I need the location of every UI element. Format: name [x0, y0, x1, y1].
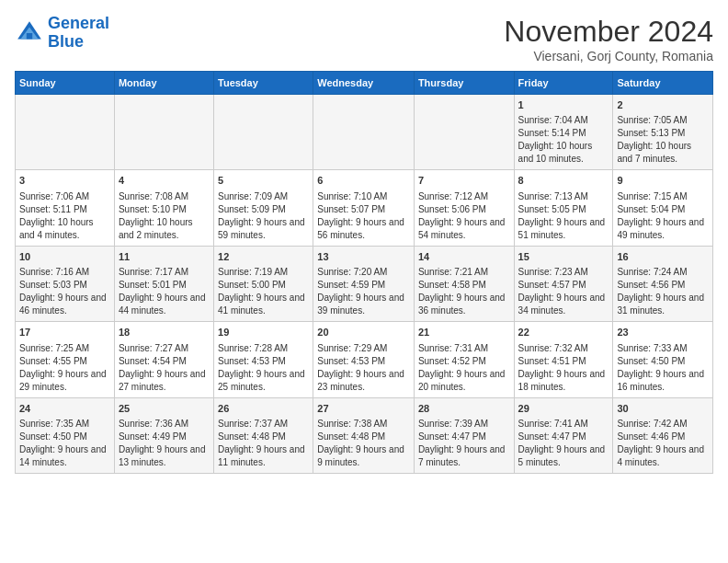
calendar-cell: 26Sunrise: 7:37 AM Sunset: 4:48 PM Dayli… [214, 397, 313, 473]
calendar-cell: 2Sunrise: 7:05 AM Sunset: 5:13 PM Daylig… [613, 95, 713, 170]
col-header-thursday: Thursday [414, 72, 514, 95]
calendar-cell [313, 95, 415, 170]
day-info: Sunrise: 7:37 AM Sunset: 4:48 PM Dayligh… [218, 419, 305, 467]
col-header-sunday: Sunday [16, 72, 115, 95]
calendar-cell: 8Sunrise: 7:13 AM Sunset: 5:05 PM Daylig… [514, 170, 613, 246]
logo-blue: Blue [48, 32, 84, 51]
col-header-tuesday: Tuesday [214, 72, 313, 95]
day-info: Sunrise: 7:09 AM Sunset: 5:09 PM Dayligh… [218, 191, 305, 240]
calendar-cell [114, 95, 213, 170]
logo: General Blue [15, 15, 109, 52]
calendar-cell: 11Sunrise: 7:17 AM Sunset: 5:01 PM Dayli… [114, 246, 213, 321]
day-info: Sunrise: 7:42 AM Sunset: 4:46 PM Dayligh… [617, 419, 704, 467]
calendar-cell: 14Sunrise: 7:21 AM Sunset: 4:58 PM Dayli… [414, 246, 514, 321]
page-header: General Blue November 2024 Viersani, Gor… [15, 15, 713, 63]
day-number: 11 [119, 250, 210, 264]
calendar-cell: 18Sunrise: 7:27 AM Sunset: 4:54 PM Dayli… [114, 322, 213, 397]
day-info: Sunrise: 7:31 AM Sunset: 4:52 PM Dayligh… [418, 343, 506, 392]
day-number: 9 [617, 174, 709, 188]
calendar-cell: 7Sunrise: 7:12 AM Sunset: 5:06 PM Daylig… [414, 170, 514, 246]
day-info: Sunrise: 7:33 AM Sunset: 4:50 PM Dayligh… [617, 343, 704, 392]
calendar-cell: 22Sunrise: 7:32 AM Sunset: 4:51 PM Dayli… [514, 322, 613, 397]
calendar-table: SundayMondayTuesdayWednesdayThursdayFrid… [15, 71, 713, 474]
day-number: 20 [317, 326, 410, 339]
col-header-wednesday: Wednesday [313, 72, 415, 95]
day-number: 24 [19, 402, 110, 416]
calendar-cell: 23Sunrise: 7:33 AM Sunset: 4:50 PM Dayli… [613, 322, 713, 397]
day-info: Sunrise: 7:19 AM Sunset: 5:00 PM Dayligh… [218, 267, 305, 316]
day-info: Sunrise: 7:27 AM Sunset: 4:54 PM Dayligh… [119, 343, 206, 392]
day-number: 3 [19, 174, 110, 188]
calendar-cell: 5Sunrise: 7:09 AM Sunset: 5:09 PM Daylig… [214, 170, 313, 246]
day-number: 22 [518, 326, 609, 339]
day-info: Sunrise: 7:32 AM Sunset: 4:51 PM Dayligh… [518, 343, 606, 392]
calendar-week-3: 17Sunrise: 7:25 AM Sunset: 4:55 PM Dayli… [16, 322, 713, 397]
calendar-cell: 19Sunrise: 7:28 AM Sunset: 4:53 PM Dayli… [214, 322, 313, 397]
calendar-cell: 10Sunrise: 7:16 AM Sunset: 5:03 PM Dayli… [16, 246, 115, 321]
calendar-body: 1Sunrise: 7:04 AM Sunset: 5:14 PM Daylig… [16, 95, 713, 474]
day-number: 13 [317, 250, 410, 264]
day-number: 25 [119, 402, 210, 416]
title-block: November 2024 Viersani, Gorj County, Rom… [504, 15, 713, 63]
day-info: Sunrise: 7:16 AM Sunset: 5:03 PM Dayligh… [19, 267, 107, 316]
day-number: 14 [418, 250, 510, 264]
col-header-monday: Monday [114, 72, 213, 95]
day-info: Sunrise: 7:21 AM Sunset: 4:58 PM Dayligh… [418, 267, 506, 316]
calendar-cell [414, 95, 514, 170]
day-info: Sunrise: 7:13 AM Sunset: 5:05 PM Dayligh… [518, 191, 606, 240]
day-number: 5 [218, 174, 309, 188]
calendar-cell: 28Sunrise: 7:39 AM Sunset: 4:47 PM Dayli… [414, 397, 514, 473]
calendar-cell [214, 95, 313, 170]
day-info: Sunrise: 7:04 AM Sunset: 5:14 PM Dayligh… [518, 115, 593, 164]
calendar-cell: 25Sunrise: 7:36 AM Sunset: 4:49 PM Dayli… [114, 397, 213, 473]
logo-text: General Blue [48, 15, 109, 52]
day-number: 30 [617, 402, 709, 416]
day-info: Sunrise: 7:05 AM Sunset: 5:13 PM Dayligh… [617, 115, 691, 164]
calendar-cell [16, 95, 115, 170]
calendar-cell: 27Sunrise: 7:38 AM Sunset: 4:48 PM Dayli… [313, 397, 415, 473]
day-info: Sunrise: 7:35 AM Sunset: 4:50 PM Dayligh… [19, 419, 107, 467]
day-number: 7 [418, 174, 510, 188]
day-number: 27 [317, 402, 410, 416]
calendar-cell: 13Sunrise: 7:20 AM Sunset: 4:59 PM Dayli… [313, 246, 415, 321]
calendar-cell: 9Sunrise: 7:15 AM Sunset: 5:04 PM Daylig… [613, 170, 713, 246]
calendar-header-row: SundayMondayTuesdayWednesdayThursdayFrid… [16, 72, 713, 95]
calendar-cell: 15Sunrise: 7:23 AM Sunset: 4:57 PM Dayli… [514, 246, 613, 321]
calendar-week-2: 10Sunrise: 7:16 AM Sunset: 5:03 PM Dayli… [16, 246, 713, 321]
day-info: Sunrise: 7:08 AM Sunset: 5:10 PM Dayligh… [119, 191, 193, 240]
day-number: 16 [617, 250, 709, 264]
day-number: 8 [518, 174, 609, 188]
day-number: 19 [218, 326, 309, 339]
day-number: 29 [518, 402, 609, 416]
day-info: Sunrise: 7:25 AM Sunset: 4:55 PM Dayligh… [19, 343, 107, 392]
calendar-cell: 20Sunrise: 7:29 AM Sunset: 4:53 PM Dayli… [313, 322, 415, 397]
day-number: 15 [518, 250, 609, 264]
day-info: Sunrise: 7:23 AM Sunset: 4:57 PM Dayligh… [518, 267, 606, 316]
calendar-cell: 30Sunrise: 7:42 AM Sunset: 4:46 PM Dayli… [613, 397, 713, 473]
day-number: 17 [19, 326, 110, 339]
day-info: Sunrise: 7:12 AM Sunset: 5:06 PM Dayligh… [418, 191, 506, 240]
location-subtitle: Viersani, Gorj County, Romania [504, 49, 713, 63]
calendar-cell: 17Sunrise: 7:25 AM Sunset: 4:55 PM Dayli… [16, 322, 115, 397]
calendar-cell: 12Sunrise: 7:19 AM Sunset: 5:00 PM Dayli… [214, 246, 313, 321]
calendar-cell: 4Sunrise: 7:08 AM Sunset: 5:10 PM Daylig… [114, 170, 213, 246]
calendar-cell: 16Sunrise: 7:24 AM Sunset: 4:56 PM Dayli… [613, 246, 713, 321]
day-info: Sunrise: 7:28 AM Sunset: 4:53 PM Dayligh… [218, 343, 305, 392]
day-number: 4 [119, 174, 210, 188]
calendar-cell: 29Sunrise: 7:41 AM Sunset: 4:47 PM Dayli… [514, 397, 613, 473]
day-info: Sunrise: 7:17 AM Sunset: 5:01 PM Dayligh… [119, 267, 206, 316]
calendar-cell: 21Sunrise: 7:31 AM Sunset: 4:52 PM Dayli… [414, 322, 514, 397]
calendar-cell: 6Sunrise: 7:10 AM Sunset: 5:07 PM Daylig… [313, 170, 415, 246]
calendar-cell: 1Sunrise: 7:04 AM Sunset: 5:14 PM Daylig… [514, 95, 613, 170]
day-info: Sunrise: 7:38 AM Sunset: 4:48 PM Dayligh… [317, 419, 404, 467]
logo-general: General [48, 14, 109, 32]
col-header-friday: Friday [514, 72, 613, 95]
day-number: 12 [218, 250, 309, 264]
day-number: 1 [518, 98, 609, 112]
day-number: 6 [317, 174, 410, 188]
svg-rect-2 [27, 33, 32, 39]
logo-icon [15, 18, 44, 48]
calendar-cell: 3Sunrise: 7:06 AM Sunset: 5:11 PM Daylig… [16, 170, 115, 246]
day-info: Sunrise: 7:15 AM Sunset: 5:04 PM Dayligh… [617, 191, 704, 240]
day-number: 18 [119, 326, 210, 339]
